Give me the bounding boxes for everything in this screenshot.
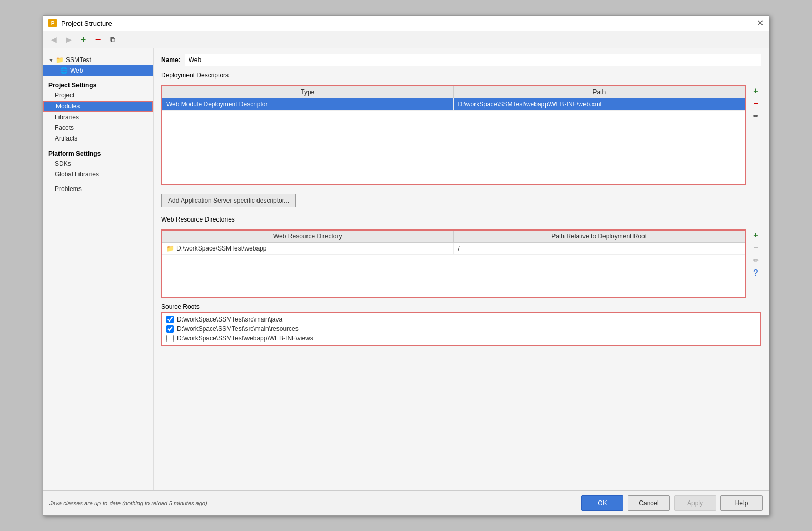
deployment-add-button[interactable]: + [750,85,761,97]
deployment-descriptors-label: Deployment Descriptors [161,72,761,79]
folder-icon-small: 📁 [166,245,174,252]
source-root-path-2: D:\workSpace\SSMTest\webapp\WEB-INF\view… [177,335,313,342]
app-icon: P [48,19,57,27]
deployment-table: Type Path Web Module Deployment Descript… [161,85,746,185]
forward-button[interactable]: ▶ [62,33,75,46]
resource-dir-value: D:\workSpace\SSMTest\webapp [176,245,266,252]
resource-edit-button[interactable]: ✏ [750,255,761,266]
status-text: Java classes are up-to-date (nothing to … [49,500,207,506]
title-bar-left: P Project Structure [48,19,112,27]
window-title: Project Structure [61,19,112,27]
tree-root-label: SSMTest [66,56,91,64]
resource-remove-button[interactable]: − [750,242,761,254]
source-root-checkbox-2[interactable] [166,335,174,342]
right-panel: Name: Deployment Descriptors Type Path W… [154,48,769,490]
close-button[interactable]: ✕ [757,19,764,27]
ok-button[interactable]: OK [581,495,623,511]
source-roots-container: D:\workSpace\SSMTest\src\main\java D:\wo… [161,312,761,346]
project-settings-heading: Project Settings [43,79,153,90]
resource-table-header: Web Resource Directory Path Relative to … [162,231,745,243]
resource-section: Web Resource Directory Path Relative to … [161,229,761,298]
resource-help-button[interactable]: ? [750,267,761,279]
deployment-section: Type Path Web Module Deployment Descript… [161,85,761,185]
tree-root-node[interactable]: ▼ 📁 SSMTest [43,55,153,65]
name-label: Name: [161,56,181,64]
deployment-table-row[interactable]: Web Module Deployment Descriptor D:\work… [162,98,745,111]
module-tree: ▼ 📁 SSMTest 🌐 Web [43,53,153,78]
source-root-path-0: D:\workSpace\SSMTest\src\main\java [177,316,282,323]
name-row: Name: [161,54,761,66]
main-toolbar: ◀ ▶ + − ⧉ [43,31,769,48]
apply-button[interactable]: Apply [674,495,716,511]
source-root-checkbox-0[interactable] [166,316,174,323]
resource-table-row[interactable]: 📁 D:\workSpace\SSMTest\webapp / [162,243,745,255]
deployment-edit-button[interactable]: ✏ [750,111,761,122]
source-root-checkbox-1[interactable] [166,325,174,333]
resource-table-container: Web Resource Directory Path Relative to … [161,229,746,298]
resource-side-buttons: + − ✏ ? [750,229,761,298]
path-column-header: Path [454,86,745,98]
sidebar-item-sdks[interactable]: SDKs [43,158,153,169]
sidebar-item-project[interactable]: Project [43,90,153,101]
deployment-type-cell: Web Module Deployment Descriptor [162,98,454,110]
sidebar-item-libraries[interactable]: Libraries [43,112,153,123]
remove-toolbar-button[interactable]: − [92,33,104,46]
resource-add-button[interactable]: + [750,229,761,241]
type-column-header: Type [162,86,454,98]
source-roots-section: Source Roots D:\workSpace\SSMTest\src\ma… [161,303,761,346]
name-input[interactable] [185,54,761,66]
copy-toolbar-button[interactable]: ⧉ [106,33,119,46]
web-module-icon: 🌐 [60,67,68,74]
resource-table: Web Resource Directory Path Relative to … [161,229,746,298]
sidebar: ▼ 📁 SSMTest 🌐 Web Project Settings Proje… [43,48,154,490]
resource-path-cell: / [454,243,745,254]
resource-dir-cell: 📁 D:\workSpace\SSMTest\webapp [162,243,454,254]
deployment-table-container: Type Path Web Module Deployment Descript… [161,85,746,185]
web-resource-label: Web Resource Directories [161,216,761,223]
project-structure-window: P Project Structure ✕ ◀ ▶ + − ⧉ ▼ 📁 SSMT… [43,15,769,516]
bottom-buttons: OK Cancel Apply Help [581,495,763,511]
tree-folder-icon: 📁 [56,56,64,64]
source-root-row-2: D:\workSpace\SSMTest\webapp\WEB-INF\view… [166,335,756,342]
tree-web-node[interactable]: 🌐 Web [43,65,153,76]
tree-child-label: Web [70,67,83,74]
help-button[interactable]: Help [720,495,763,511]
source-roots-label: Source Roots [161,303,761,310]
resource-dir-column-header: Web Resource Directory [162,231,454,242]
deployment-path-cell: D:\workSpace\SSMTest\webapp\WEB-INF\web.… [454,98,745,110]
main-content: ▼ 📁 SSMTest 🌐 Web Project Settings Proje… [43,48,769,490]
resource-table-empty-area [162,255,745,297]
resource-path-column-header: Path Relative to Deployment Root [454,231,745,242]
deployment-remove-button[interactable]: − [750,98,761,109]
add-toolbar-button[interactable]: + [77,33,90,46]
add-descriptor-button[interactable]: Add Application Server specific descript… [161,194,296,207]
sidebar-item-global-libraries[interactable]: Global Libraries [43,169,153,179]
sidebar-item-modules[interactable]: Modules [43,101,153,112]
source-root-row-0: D:\workSpace\SSMTest\src\main\java [166,316,756,323]
expand-arrow-icon: ▼ [48,57,54,63]
deployment-table-empty-area [162,111,745,184]
deployment-table-header: Type Path [162,86,745,98]
back-button[interactable]: ◀ [47,33,60,46]
sidebar-item-problems[interactable]: Problems [43,184,153,194]
deployment-side-buttons: + − ✏ [750,85,761,185]
cancel-button[interactable]: Cancel [628,495,670,511]
source-root-path-1: D:\workSpace\SSMTest\src\main\resources [177,325,299,333]
sidebar-item-artifacts[interactable]: Artifacts [43,133,153,144]
platform-settings-heading: Platform Settings [43,148,153,158]
title-bar: P Project Structure ✕ [43,16,769,31]
source-root-row-1: D:\workSpace\SSMTest\src\main\resources [166,325,756,333]
sidebar-item-facets[interactable]: Facets [43,123,153,133]
bottom-bar: Java classes are up-to-date (nothing to … [43,490,769,515]
